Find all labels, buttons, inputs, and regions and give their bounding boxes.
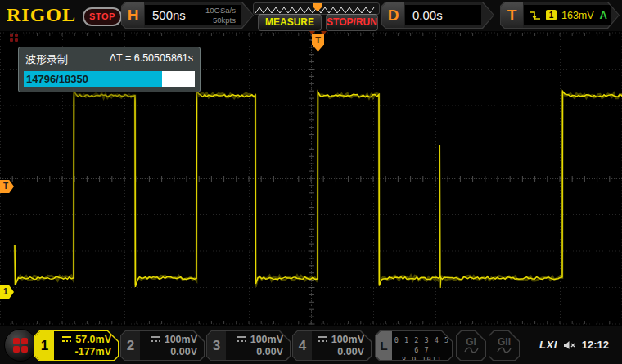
- waveform-display: T T 1 波形录制 ΔT = 6.50505861s 14796/18350: [0, 31, 622, 326]
- logic-analyzer-box[interactable]: L 0 1 2 3 4 5 6 7 8 9 1011 12131415: [375, 330, 453, 361]
- generator-1-label: GI: [466, 337, 476, 347]
- record-delta-t: ΔT = 6.50505861s: [110, 52, 193, 67]
- dc-coupling-icon: [151, 336, 160, 342]
- trigger-source-badge: 1: [546, 10, 557, 20]
- clock: 12:12: [582, 339, 609, 351]
- timebase-value: 500ns: [145, 8, 186, 22]
- channel-3-number: 3: [207, 331, 226, 360]
- tab-stop-run[interactable]: STOP/RUN: [326, 14, 378, 31]
- channel-4-scale: 100mV: [331, 334, 364, 345]
- status-cluster: LXI 12:12: [539, 326, 609, 364]
- dc-coupling-icon: [318, 336, 327, 342]
- channel-1-number: 1: [35, 331, 54, 360]
- generator-2-box[interactable]: GII: [489, 330, 520, 361]
- trigger-level-value: 163mV: [561, 10, 594, 21]
- channel-1-scale: 57.0mV: [75, 334, 111, 345]
- logic-channels-row2: 8 9 1011 12131415: [402, 356, 442, 364]
- record-progress-text: 14796/18350: [26, 71, 88, 87]
- record-indicator-icon: [10, 34, 18, 42]
- channel-3-box[interactable]: 3 100mV 0.00V: [206, 330, 291, 361]
- top-bar: RIGOL STOP H 500ns 10GSa/s 50kpts MEASUR…: [0, 0, 622, 31]
- run-state-badge[interactable]: STOP: [83, 7, 122, 26]
- record-title: 波形录制: [25, 52, 68, 67]
- channel-4-offset: 0.00V: [337, 346, 364, 357]
- tab-measure[interactable]: MEASURE: [258, 14, 322, 31]
- waveform-record-overlay: 波形录制 ΔT = 6.50505861s 14796/18350: [18, 47, 201, 92]
- channel-4-box[interactable]: 4 100mV 0.00V: [292, 330, 372, 361]
- channel-2-box[interactable]: 2 100mV 0.00V: [120, 330, 205, 361]
- memory-depth: 50kpts: [213, 16, 236, 25]
- dc-coupling-icon: [62, 336, 71, 342]
- trigger-sweep-mode: A: [600, 9, 611, 21]
- record-timeline: [253, 2, 380, 15]
- menu-grid-icon: [13, 338, 28, 353]
- channel-2-offset: 0.00V: [170, 346, 197, 357]
- logic-channels-row1: 0 1 2 3 4 5 6 7: [394, 336, 449, 354]
- record-progress-bar: 14796/18350: [24, 71, 195, 87]
- main-menu-button[interactable]: [4, 329, 37, 362]
- channel-1-box[interactable]: 1 57.0mV -177mV: [34, 330, 119, 361]
- dc-coupling-icon: [237, 336, 246, 342]
- sine-wave-icon: [497, 347, 512, 354]
- delay-value: 0.00s: [405, 8, 443, 22]
- horizontal-label: H: [122, 2, 144, 28]
- falling-edge-icon: [529, 10, 541, 21]
- oscilloscope-screen: RIGOL STOP H 500ns 10GSa/s 50kpts MEASUR…: [0, 0, 622, 364]
- sample-rate: 10GSa/s: [205, 6, 236, 15]
- logic-label: L: [376, 331, 392, 360]
- rigol-logo: RIGOL: [7, 4, 76, 26]
- sine-wave-icon: [464, 347, 479, 354]
- channel-3-offset: 0.00V: [256, 346, 283, 357]
- channel-2-scale: 100mV: [165, 334, 197, 345]
- lxi-indicator: LXI: [539, 339, 557, 351]
- channel-1-offset: -177mV: [75, 346, 111, 357]
- bottom-bar: 1 57.0mV -177mV 2 100mV 0.00V 3 100mV: [0, 326, 622, 364]
- horizontal-menu[interactable]: H 500ns 10GSa/s 50kpts: [121, 2, 254, 29]
- delay-label: D: [382, 2, 404, 28]
- channel-3-scale: 100mV: [250, 334, 283, 345]
- generator-1-box[interactable]: GI: [456, 330, 486, 361]
- generator-2-label: GII: [498, 337, 511, 347]
- trigger-menu[interactable]: T 1 163mV A: [500, 2, 620, 29]
- speaker-muted-icon[interactable]: [563, 340, 576, 350]
- channel-2-number: 2: [121, 331, 140, 360]
- delay-menu[interactable]: D 0.00s: [381, 2, 494, 29]
- channel-4-number: 4: [293, 331, 312, 360]
- trigger-label: T: [501, 2, 523, 28]
